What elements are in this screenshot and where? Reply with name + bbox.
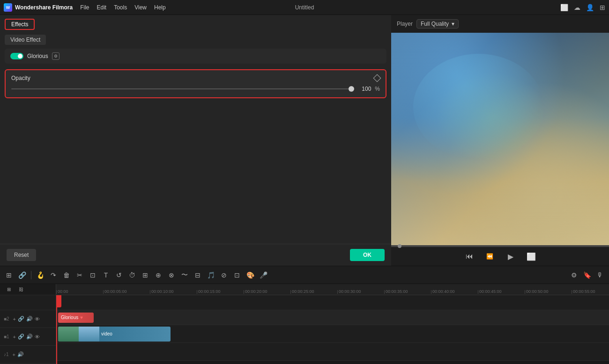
progress-dot	[398, 244, 401, 248]
heart-icon: ♥	[80, 315, 83, 320]
video2-eye-icon[interactable]: 👁	[35, 316, 40, 322]
menu-edit[interactable]: Edit	[97, 4, 106, 11]
app-name: Wondershare Filmora	[15, 4, 73, 11]
effects-tab[interactable]: Effects	[5, 19, 35, 30]
wave-icon[interactable]: 〜	[179, 270, 190, 280]
stabilize-icon[interactable]: ⊘	[219, 270, 229, 280]
ruler-mark-10: 00:00:50:00	[525, 290, 572, 294]
link-icon[interactable]: 🔗	[17, 270, 27, 280]
mic-icon[interactable]: 🎙	[595, 270, 605, 280]
step-back-button[interactable]: ⏮	[464, 251, 475, 262]
keyframe-diamond-icon[interactable]	[373, 74, 381, 82]
settings-icon[interactable]: ⚙	[569, 270, 579, 280]
ruler-marks: 00:00 00:00:05:00 00:00:10:00 00:00:15:0…	[56, 290, 609, 294]
video1-mute-icon[interactable]: 🔊	[26, 334, 33, 340]
glorious-section: Glorious ⚙	[5, 49, 386, 64]
ruler-mark-7: 00:00:35:00	[384, 290, 431, 294]
player-bar: Player Full Quality ▾	[391, 15, 609, 33]
playback-controls: ⏮ ⏪ ▶ ⬜	[391, 247, 609, 266]
opacity-slider-container	[11, 85, 354, 93]
menu-tools[interactable]: Tools	[114, 4, 127, 11]
track-row-audio1	[56, 343, 609, 361]
rotate-icon[interactable]: ↺	[114, 270, 124, 280]
pip-icon[interactable]: ⊡	[232, 270, 242, 280]
bookmark-icon[interactable]: 🔖	[582, 270, 592, 280]
opacity-unit: %	[375, 86, 380, 92]
menu-file[interactable]: File	[80, 4, 89, 11]
video-frame	[391, 33, 609, 245]
transform-icon[interactable]: ⊞	[140, 270, 150, 280]
track-num-2: ■2	[4, 316, 9, 321]
bottom-buttons: Reset OK	[0, 244, 391, 266]
ok-button[interactable]: OK	[350, 249, 385, 261]
dropdown-chevron-icon: ▾	[452, 21, 454, 27]
video2-mute-icon[interactable]: 🔊	[26, 316, 33, 322]
link2-icon[interactable]: ⛓	[16, 284, 26, 295]
menu-bar: W Wondershare Filmora File Edit Tools Vi…	[0, 0, 609, 15]
frame-back-button[interactable]: ⏪	[484, 251, 496, 262]
audio1-mute-icon[interactable]: 🔊	[17, 351, 24, 357]
redo-icon[interactable]: ↷	[48, 270, 59, 280]
video2-link-icon[interactable]: 🔗	[18, 316, 24, 322]
timeline-toolbar: ⊞ 🔗 🪝 ↷ 🗑 ✂ ⊡ T ↺ ⏱ ⊞ ⊕ ⊗ 〜 ⊟ 🎵 ⊘ ⊡ 🎨 🎤 …	[0, 266, 609, 284]
audio-icon[interactable]: 🎵	[206, 270, 216, 280]
account-icon[interactable]: 👤	[586, 4, 594, 11]
glorious-settings-icon[interactable]: ⚙	[52, 52, 59, 60]
fullscreen-button[interactable]: ⬜	[526, 251, 537, 262]
track-label-video2: ■2 + 🔗 🔊 👁	[0, 310, 56, 328]
audio2-icon[interactable]: 🎤	[258, 270, 268, 280]
video-effect-tab[interactable]: Video Effect	[5, 35, 46, 45]
play-button[interactable]: ▶	[505, 251, 516, 262]
video1-eye-icon[interactable]: 👁	[35, 334, 40, 340]
quality-dropdown[interactable]: Full Quality ▾	[416, 19, 459, 29]
speed-icon[interactable]: ⏱	[127, 270, 137, 280]
video1-add-icon[interactable]: +	[13, 334, 16, 340]
ruler-mark-8: 00:00:40:00	[431, 290, 478, 294]
video-content-area	[413, 54, 544, 160]
progress-track[interactable]	[397, 246, 603, 247]
ruler-mark-9: 00:00:45:00	[478, 290, 525, 294]
video-clip[interactable]: video	[58, 327, 171, 342]
snap-icon[interactable]: ⊞	[4, 284, 14, 295]
track-label-video1: ■1 + 🔗 🔊 👁	[0, 328, 56, 346]
glorious-clip-label: Glorious	[61, 315, 78, 320]
ruler-mark-5: 00:00:25:00	[290, 290, 337, 294]
opacity-header: Opacity	[11, 75, 380, 81]
color-icon[interactable]: 🎨	[245, 270, 255, 280]
playhead[interactable]	[56, 295, 57, 364]
menu-help[interactable]: Help	[154, 4, 166, 11]
cloud-icon[interactable]: ☁	[574, 4, 580, 11]
timeline-section: ⊞ 🔗 🪝 ↷ 🗑 ✂ ⊡ T ↺ ⏱ ⊞ ⊕ ⊗ 〜 ⊟ 🎵 ⊘ ⊡ 🎨 🎤 …	[0, 266, 609, 364]
trash-icon[interactable]: 🗑	[61, 270, 72, 280]
menu-right: ⬜ ☁ 👤 ⊞	[560, 4, 605, 11]
main-content: Effects Video Effect Glorious ⚙ Opacity …	[0, 15, 609, 266]
grid-icon[interactable]: ⊞	[600, 4, 605, 11]
left-panel: Effects Video Effect Glorious ⚙ Opacity …	[0, 15, 391, 266]
glorious-clip[interactable]: Glorious ♥	[58, 313, 94, 323]
monitor-icon[interactable]: ⬜	[560, 4, 568, 11]
left-panel-spacer	[0, 100, 391, 244]
opacity-slider[interactable]	[11, 88, 354, 89]
text-icon[interactable]: T	[101, 270, 111, 280]
audio1-add-icon[interactable]: +	[13, 352, 15, 357]
reset-button[interactable]: Reset	[7, 249, 36, 261]
effects-tab-bar: Effects	[0, 15, 391, 30]
audio-num-1: ♪1	[4, 352, 9, 357]
opacity-section: Opacity 100 %	[5, 69, 386, 98]
app-logo-icon: W	[4, 3, 12, 12]
duplicate-icon[interactable]: ⊗	[166, 270, 177, 280]
timer-icon[interactable]: ⊕	[153, 270, 163, 280]
timeline-tracks: 00:00 00:00:05:00 00:00:10:00 00:00:15:0…	[56, 284, 609, 364]
glorious-toggle[interactable]	[10, 53, 23, 59]
menu-view[interactable]: View	[134, 4, 147, 11]
video1-link-icon[interactable]: 🔗	[18, 334, 24, 340]
layout-icon[interactable]: ⊞	[4, 270, 14, 280]
hook-icon[interactable]: 🪝	[35, 270, 45, 280]
cut-icon[interactable]: ✂	[74, 270, 85, 280]
ruler-mark-1: 00:00:05:00	[103, 290, 150, 294]
video2-add-icon[interactable]: +	[13, 316, 16, 322]
crop-icon[interactable]: ⊡	[88, 270, 98, 280]
right-panel: Player Full Quality ▾ ⏮ ⏪	[391, 15, 609, 266]
ruler-mark-4: 00:00:20:00	[244, 290, 290, 294]
adjust-icon[interactable]: ⊟	[193, 270, 203, 280]
